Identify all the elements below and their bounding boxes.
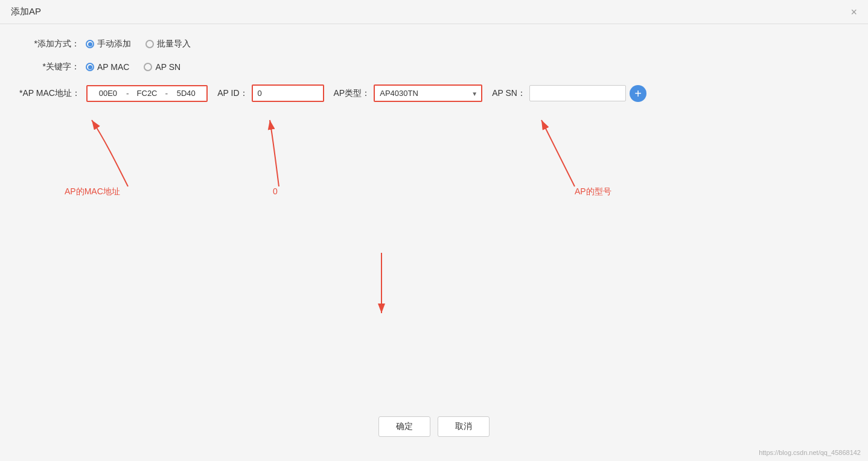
keyword-label: *关键字： [19, 62, 86, 72]
ap-sn-label: AP SN： [492, 88, 526, 99]
confirm-arrow-svg [339, 247, 436, 325]
ap-type-select[interactable]: AP4030TN AP4050TN AP6010DN [374, 84, 482, 102]
ap-type-select-wrapper: AP4030TN AP4050TN AP6010DN [374, 84, 482, 102]
close-button[interactable]: × [850, 7, 857, 17]
ap-sn-input[interactable] [529, 85, 626, 101]
mac-input-2[interactable] [132, 89, 163, 98]
mac-arrow-svg [68, 114, 188, 192]
add-method-label: *添加方式： [19, 39, 86, 49]
ap-sn-group: AP SN： + [492, 85, 646, 102]
radio-label-manual: 手动添加 [97, 39, 131, 49]
mac-input-group: - - [86, 85, 208, 102]
radio-circle-apmac [86, 63, 94, 71]
radio-label-batch: 批量导入 [157, 39, 191, 49]
keyword-row: *关键字： AP MAC AP SN [19, 62, 849, 72]
type-arrow-svg [496, 114, 605, 192]
ap-id-label: AP ID： [217, 88, 247, 99]
radio-ap-sn[interactable]: AP SN [144, 62, 180, 72]
mac-sep-1: - [126, 89, 129, 98]
add-sn-button[interactable]: + [630, 85, 646, 102]
footer-arrow-area [19, 247, 849, 325]
ap-id-group: AP ID： [217, 84, 324, 102]
mac-row: *AP MAC地址： - - AP ID： AP类型： [19, 84, 849, 102]
confirm-button[interactable]: 确定 [378, 416, 430, 437]
fields-row: - - AP ID： AP类型： AP4030TN AP4 [86, 84, 646, 102]
ap-type-label: AP类型： [334, 88, 371, 99]
radio-manual-add[interactable]: 手动添加 [86, 39, 131, 49]
radio-circle-manual [86, 40, 94, 48]
radio-circle-batch [145, 40, 154, 48]
add-method-row: *添加方式： 手动添加 批量导入 [19, 39, 849, 49]
ap-type-group: AP类型： AP4030TN AP4050TN AP6010DN [334, 84, 483, 102]
mac-input-1[interactable] [92, 89, 124, 98]
radio-ap-mac[interactable]: AP MAC [86, 62, 129, 72]
mac-address-label: *AP MAC地址： [19, 88, 86, 99]
id-arrow-svg [237, 114, 321, 192]
cancel-button[interactable]: 取消 [438, 416, 490, 437]
dialog-footer: 确定 取消 [0, 416, 868, 437]
keyword-radio-group: AP MAC AP SN [86, 62, 180, 72]
radio-label-apmac: AP MAC [97, 62, 129, 72]
dialog-header: 添加AP × [0, 0, 868, 24]
ap-id-input[interactable] [252, 84, 324, 102]
add-method-radio-group: 手动添加 批量导入 [86, 39, 191, 49]
mac-input-3[interactable] [170, 89, 202, 98]
radio-label-apsn: AP SN [155, 62, 180, 72]
radio-batch-import[interactable]: 批量导入 [145, 39, 191, 49]
radio-circle-apsn [144, 63, 152, 71]
dialog-title: 添加AP [11, 6, 41, 17]
add-ap-dialog: 添加AP × *添加方式： 手动添加 批量导入 *关键字： [0, 0, 868, 461]
mac-sep-2: - [165, 89, 168, 98]
watermark: https://blog.csdn.net/qq_45868142 [759, 449, 861, 456]
dialog-body: *添加方式： 手动添加 批量导入 *关键字： AP MAC [0, 24, 868, 340]
annotation-area: AP的MAC地址 0 [19, 114, 849, 247]
